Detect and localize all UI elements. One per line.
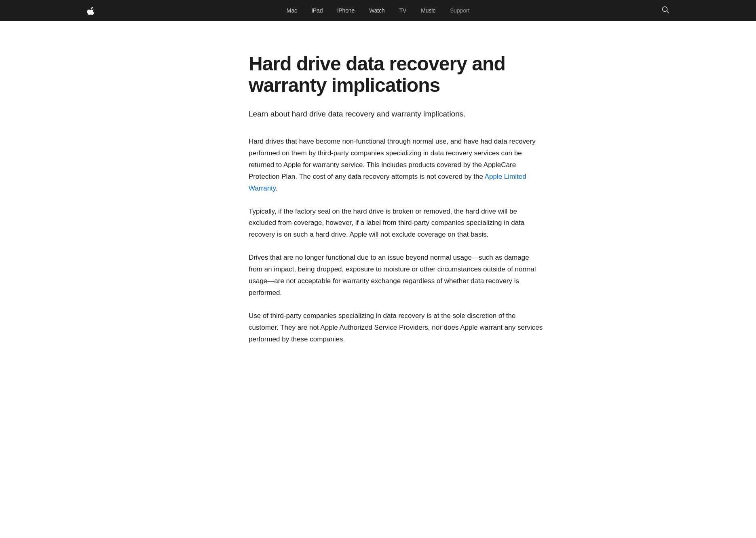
page-title: Hard drive data recovery and warranty im… [249,53,544,96]
paragraph-3: Drives that are no longer functional due… [249,252,544,299]
page-subtitle: Learn about hard drive data recovery and… [249,108,544,120]
nav-item-iphone[interactable]: iPhone [330,7,362,14]
nav-links: Mac iPad iPhone Watch TV Music Support [94,7,662,14]
paragraph-2: Typically, if the factory seal on the ha… [249,206,544,241]
navigation: Mac iPad iPhone Watch TV Music Support [0,0,756,21]
search-icon[interactable] [662,6,669,15]
nav-item-tv[interactable]: TV [392,7,414,14]
paragraph-4: Use of third-party companies specializin… [249,310,544,345]
nav-item-ipad[interactable]: iPad [304,7,330,14]
apple-logo[interactable] [87,6,94,15]
svg-line-1 [667,11,669,13]
nav-item-mac[interactable]: Mac [279,7,304,14]
nav-item-support[interactable]: Support [443,7,477,14]
nav-item-music[interactable]: Music [414,7,443,14]
paragraph-1: Hard drives that have become non-functio… [249,136,544,194]
main-content: Hard drive data recovery and warranty im… [196,21,560,389]
nav-item-watch[interactable]: Watch [362,7,392,14]
paragraph-1-text-after: . [276,184,278,192]
